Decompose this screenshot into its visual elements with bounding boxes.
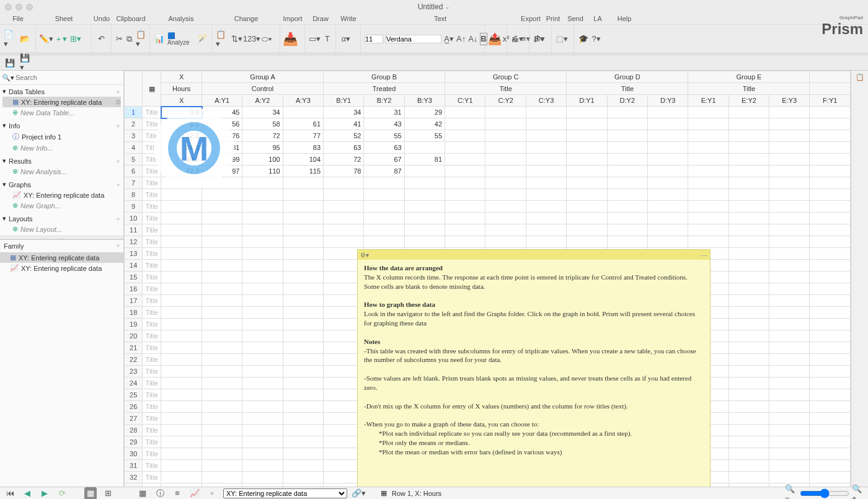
- ribbon-label: Write: [336, 14, 361, 24]
- window-title: Untitled⌄: [418, 2, 451, 11]
- la-button[interactable]: ⬚▾: [556, 33, 568, 45]
- change-1[interactable]: 📋▾: [216, 33, 228, 45]
- note-heading-1: How the data are arranged: [364, 264, 443, 272]
- grid-icon: ▦: [381, 489, 387, 497]
- ribbon-label: Sheet: [36, 14, 92, 24]
- toolbar: 📄▾ 📂 ✏️▾ ＋▾ ⊞▾ ↶ ✂ ⧉ 📋▾ 📊 🟦Analyze 🪄 📋▾ …: [0, 25, 868, 53]
- font-size-input[interactable]: [365, 35, 383, 43]
- nav-section-header[interactable]: ▾Data Tables»: [2, 86, 121, 97]
- draw-text[interactable]: T: [323, 33, 332, 45]
- nav-new-item[interactable]: ⊕ New Info...: [2, 143, 121, 153]
- nav-section-header[interactable]: ▾Graphs»: [2, 179, 121, 190]
- ribbon-label: Draw: [305, 14, 336, 24]
- font-size-down[interactable]: A↓: [468, 33, 477, 45]
- change-3[interactable]: 123▾: [246, 33, 258, 45]
- highlight-button[interactable]: ✏️▾: [40, 33, 52, 45]
- sheet-type-1[interactable]: ▦: [136, 487, 149, 500]
- sheet-type-2[interactable]: ⓘ: [154, 487, 166, 500]
- new-file-button[interactable]: 📄▾: [4, 33, 16, 45]
- copy-button[interactable]: ⧉: [126, 33, 134, 45]
- ribbon-label: Import: [280, 14, 305, 24]
- nav-prev-button[interactable]: ◀: [21, 487, 33, 500]
- notes-tab-icon[interactable]: 📋: [856, 73, 864, 81]
- zoom-out-button[interactable]: 🔍−: [785, 487, 797, 500]
- nav-item[interactable]: ⓘProject info 1: [2, 131, 121, 143]
- minimize-window[interactable]: [16, 4, 22, 11]
- write-alpha[interactable]: α▾: [340, 33, 352, 45]
- help-button[interactable]: ?▾: [591, 33, 601, 45]
- save-as-button[interactable]: 💾▾: [20, 56, 32, 69]
- undo-button[interactable]: ↶: [95, 33, 107, 45]
- search-input[interactable]: [14, 73, 122, 82]
- sheet-selector[interactable]: XY: Entering replicate data: [223, 488, 347, 498]
- link-button[interactable]: 🔗▾: [352, 487, 365, 500]
- title-dropdown-icon[interactable]: ⌄: [445, 4, 450, 10]
- font-size-up[interactable]: A↑: [456, 33, 466, 45]
- print-button[interactable]: 🖨▾: [511, 33, 523, 45]
- wizard-button[interactable]: 🪄: [197, 33, 208, 45]
- note-bullet: *Plot each individual replicate so you c…: [364, 429, 632, 438]
- nav-new-item[interactable]: ⊕ New Graph...: [2, 200, 121, 211]
- view-2[interactable]: ⊞: [102, 487, 114, 500]
- analysis-chart-button[interactable]: 📊: [154, 33, 165, 45]
- ribbon-label: Help: [609, 14, 640, 24]
- ribbon-label: Print: [542, 14, 564, 24]
- nav-section-header[interactable]: ▾Layouts»: [2, 213, 121, 224]
- send-button[interactable]: ✉▾: [533, 33, 546, 45]
- export-button[interactable]: 📤: [489, 33, 501, 45]
- ribbon-label: Clipboard: [112, 14, 150, 24]
- sheet-type-5[interactable]: ▫: [206, 487, 218, 500]
- view-1[interactable]: ▦: [84, 487, 97, 500]
- nav-item[interactable]: ▦XY: Entering replicate data⊘: [2, 97, 121, 107]
- family-item[interactable]: 📈XY: Entering replicate data: [0, 263, 123, 273]
- analyze-button[interactable]: 🟦Analyze: [167, 33, 194, 45]
- note-heading-2: How to graph these data: [364, 301, 435, 308]
- change-4[interactable]: ⬭▾: [260, 33, 273, 45]
- insert-button[interactable]: ⊞▾: [69, 33, 82, 45]
- note-bullet: *Plot the mean or median with error bars…: [364, 448, 562, 457]
- close-window[interactable]: [5, 4, 12, 11]
- nav-section-header[interactable]: ▾Results»: [2, 156, 121, 166]
- note-minimize-icon[interactable]: —: [701, 251, 707, 258]
- ribbon-label: Text: [361, 14, 520, 24]
- note-text: -When you go to make a graph of these da…: [364, 420, 539, 428]
- zoom-window[interactable]: [26, 4, 33, 11]
- note-bullet: *Plot only the means or medians.: [364, 438, 470, 448]
- zoom-in-button[interactable]: 🔍+: [852, 487, 864, 500]
- cell-reference: Row 1, X: Hours: [392, 490, 441, 497]
- nav-new-item[interactable]: ⊕ New Layout...: [2, 224, 121, 234]
- import-button[interactable]: 📥: [284, 33, 296, 45]
- nav-section-header[interactable]: ▾Info»: [2, 120, 121, 131]
- nav-new-item[interactable]: ⊕ New Analysis...: [2, 166, 121, 177]
- font-color-button[interactable]: A̲▾: [444, 33, 454, 45]
- search-icon: 🔍▾: [2, 74, 14, 82]
- sheet-type-3[interactable]: ≡: [171, 487, 184, 500]
- change-2[interactable]: ⇅▾: [231, 33, 243, 45]
- family-label: Family: [4, 242, 24, 250]
- note-text: Look in the navigator to the left and fi…: [364, 310, 695, 327]
- ribbon-label: Undo: [92, 14, 112, 24]
- ribbon-label: Analysis: [150, 14, 212, 24]
- cut-button[interactable]: ✂: [115, 33, 123, 45]
- save-button[interactable]: 💾: [4, 56, 16, 69]
- nav-new-item[interactable]: ⊕ New Data Table...: [2, 107, 121, 118]
- note-text: -This table was created with three subco…: [364, 347, 696, 364]
- ribbon-label: File: [0, 14, 36, 24]
- expand-icon[interactable]: »: [117, 242, 120, 249]
- open-file-button[interactable]: 📂: [19, 33, 31, 45]
- family-item[interactable]: ▦XY: Entering replicate data: [0, 252, 123, 263]
- ribbon-label: LA: [587, 14, 609, 24]
- note-heading-3: Notes: [364, 338, 380, 345]
- sheet-type-4[interactable]: 📈: [188, 487, 201, 500]
- nav-item[interactable]: 📈XY: Entering replicate data: [2, 190, 121, 200]
- font-family-input[interactable]: [386, 35, 441, 43]
- new-sheet-button[interactable]: ＋▾: [55, 33, 67, 45]
- draw-shape[interactable]: ▭▾: [309, 33, 321, 45]
- note-gear-icon[interactable]: ⚙▾: [360, 252, 369, 258]
- zoom-slider[interactable]: [800, 488, 849, 498]
- help-grad[interactable]: 🎓: [578, 33, 588, 45]
- nav-first-button[interactable]: ⏮: [4, 487, 16, 500]
- nav-next-button[interactable]: ▶: [38, 487, 51, 500]
- paste-button[interactable]: 📋▾: [136, 33, 146, 45]
- nav-refresh-button[interactable]: ⟳: [56, 487, 68, 500]
